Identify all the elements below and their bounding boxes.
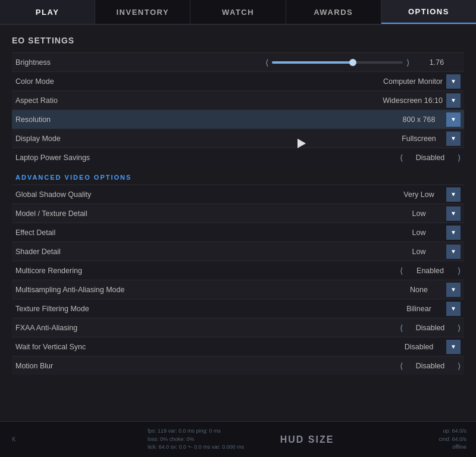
color-mode-dropdown[interactable]: ▼ <box>446 74 461 89</box>
multisampling-dropdown[interactable]: ▼ <box>446 283 461 297</box>
effect-detail-value: Low <box>395 228 443 237</box>
motion-blur-left-arrow[interactable]: ⟨ <box>400 361 403 371</box>
effect-detail-row: Effect Detail Low ▼ <box>12 223 464 242</box>
multicore-control: ⟨ Enabled ⟩ <box>215 266 464 276</box>
global-shadow-label: Global Shadow Quality <box>12 190 215 199</box>
fxaa-label: FXAA Anti-Aliasing <box>12 324 215 332</box>
nav-options[interactable]: OPTIONS <box>381 0 476 24</box>
nav-play[interactable]: PLAY <box>0 0 95 24</box>
motion-blur-control: ⟨ Disabled ⟩ <box>215 361 464 371</box>
multicore-row: Multicore Rendering ⟨ Enabled ⟩ <box>12 261 464 280</box>
brightness-slider-thumb[interactable] <box>349 59 356 66</box>
stats-line3: offline <box>367 443 466 452</box>
aspect-ratio-control: Widescreen 16:10 ▼ <box>215 93 464 108</box>
fxaa-control: ⟨ Disabled ⟩ <box>215 323 464 333</box>
global-shadow-dropdown[interactable]: ▼ <box>446 187 461 202</box>
shader-detail-value: Low <box>395 248 443 256</box>
brightness-slider-track[interactable] <box>272 61 403 64</box>
vsync-value: Disabled <box>395 343 443 351</box>
bottom-left-placeholder: K <box>10 436 112 443</box>
effect-detail-dropdown[interactable]: ▼ <box>446 226 461 240</box>
global-shadow-value: Very Low <box>395 190 443 199</box>
multicore-left-arrow[interactable]: ⟨ <box>400 266 403 276</box>
shader-detail-label: Shader Detail <box>12 248 215 256</box>
texture-filtering-value: Bilinear <box>395 305 443 313</box>
bottom-stats: up: 64.0/s cmd: 64.0/s offline <box>367 427 466 452</box>
brightness-control: ⟨ ⟩ 1.76 <box>215 58 464 67</box>
multicore-value: Enabled <box>406 267 454 275</box>
aspect-ratio-dropdown[interactable]: ▼ <box>446 93 461 108</box>
texture-filtering-dropdown[interactable]: ▼ <box>446 302 461 316</box>
brightness-left-arrow[interactable]: ⟨ <box>265 58 268 67</box>
brightness-label: Brightness <box>12 58 215 67</box>
vsync-dropdown[interactable]: ▼ <box>446 340 461 354</box>
laptop-power-control: ⟨ Disabled ⟩ <box>215 153 464 162</box>
texture-filtering-control: Bilinear ▼ <box>215 302 464 316</box>
advanced-section-title: ADVANCED VIDEO OPTIONS <box>12 167 464 184</box>
display-mode-value: Fullscreen <box>395 134 443 143</box>
top-navigation: PLAY INVENTORY WATCH AWARDS OPTIONS <box>0 0 476 25</box>
debug-line2: loss: 0% choke: 0% <box>148 436 248 444</box>
color-mode-label: Color Mode <box>12 77 215 86</box>
multicore-label: Multicore Rendering <box>12 267 215 275</box>
color-mode-row: Color Mode Computer Monitor ▼ <box>12 71 464 90</box>
aspect-ratio-label: Aspect Ratio <box>12 96 215 105</box>
nav-inventory[interactable]: INVENTORY <box>95 0 190 24</box>
fxaa-left-arrow[interactable]: ⟨ <box>400 323 403 333</box>
model-texture-dropdown[interactable]: ▼ <box>446 206 461 221</box>
motion-blur-label: Motion Blur <box>12 362 215 370</box>
color-mode-value: Computer Monitor <box>383 77 443 86</box>
resolution-value: 476 x 457 <box>395 115 443 124</box>
display-mode-dropdown[interactable]: ▼ <box>446 132 461 146</box>
model-texture-label: Model / Texture Detail <box>12 209 215 218</box>
brightness-slider-fill <box>272 61 353 64</box>
resolution-row: Resolution 476 x 457 ▼ <box>12 109 464 129</box>
laptop-power-right-arrow[interactable]: ⟩ <box>458 153 461 162</box>
motion-blur-right-arrow[interactable]: ⟩ <box>458 361 461 371</box>
fxaa-row: FXAA Anti-Aliasing ⟨ Disabled ⟩ <box>12 318 464 337</box>
resolution-control: 476 x 457 ▼ <box>215 112 464 127</box>
multicore-right-arrow[interactable]: ⟩ <box>458 266 461 276</box>
multisampling-value: None <box>395 286 443 294</box>
bottom-bar: K fps: 119 var: 0.0 ms ping: 0 ms loss: … <box>0 421 476 457</box>
stats-line1: up: 64.0/s <box>367 427 466 436</box>
resolution-dropdown[interactable]: ▼ <box>446 112 461 127</box>
settings-content: EO SETTINGS Brightness ⟨ ⟩ 1.76 Color Mo… <box>0 25 476 421</box>
fxaa-value: Disabled <box>406 324 454 332</box>
laptop-power-label: Laptop Power Savings <box>12 154 215 162</box>
multisampling-control: None ▼ <box>215 283 464 297</box>
display-mode-row: Display Mode Fullscreen ▼ <box>12 129 464 148</box>
nav-watch[interactable]: WATCH <box>190 0 286 24</box>
laptop-power-value: Disabled <box>406 154 454 162</box>
vsync-label: Wait for Vertical Sync <box>12 343 215 351</box>
model-texture-control: Low ▼ <box>215 206 464 221</box>
effect-detail-label: Effect Detail <box>12 228 215 237</box>
motion-blur-value: Disabled <box>406 362 454 370</box>
effect-detail-control: Low ▼ <box>215 226 464 240</box>
global-shadow-control: Very Low ▼ <box>215 187 464 202</box>
laptop-power-row: Laptop Power Savings ⟨ Disabled ⟩ <box>12 148 464 167</box>
model-texture-row: Model / Texture Detail Low ▼ <box>12 204 464 223</box>
brightness-value: 1.76 <box>413 58 461 67</box>
debug-line3: tick: 64.0 sv: 0.0 +- 0.0 ms var: 0.000 … <box>148 443 248 452</box>
aspect-ratio-row: Aspect Ratio Widescreen 16:10 ▼ <box>12 90 464 109</box>
debug-line1: fps: 119 var: 0.0 ms ping: 0 ms <box>148 427 248 436</box>
global-shadow-row: Global Shadow Quality Very Low ▼ <box>12 184 464 204</box>
shader-detail-control: Low ▼ <box>215 245 464 259</box>
shader-detail-row: Shader Detail Low ▼ <box>12 242 464 261</box>
multisampling-label: Multisampling Anti-Aliasing Mode <box>12 286 215 294</box>
section-title: EO SETTINGS <box>12 36 464 45</box>
brightness-right-arrow[interactable]: ⟩ <box>406 58 409 67</box>
hud-size-label[interactable]: HUD SIZE <box>248 434 367 445</box>
fxaa-right-arrow[interactable]: ⟩ <box>458 323 461 333</box>
aspect-ratio-value: Widescreen 16:10 <box>383 96 443 105</box>
motion-blur-row: Motion Blur ⟨ Disabled ⟩ <box>12 356 464 375</box>
debug-info: fps: 119 var: 0.0 ms ping: 0 ms loss: 0%… <box>112 427 248 452</box>
color-mode-control: Computer Monitor ▼ <box>215 74 464 89</box>
nav-awards[interactable]: AWARDS <box>286 0 381 24</box>
laptop-power-left-arrow[interactable]: ⟨ <box>400 153 403 162</box>
resolution-label: Resolution <box>12 115 215 124</box>
display-mode-label: Display Mode <box>12 134 215 143</box>
display-mode-control: Fullscreen ▼ <box>215 132 464 146</box>
shader-detail-dropdown[interactable]: ▼ <box>446 245 461 259</box>
